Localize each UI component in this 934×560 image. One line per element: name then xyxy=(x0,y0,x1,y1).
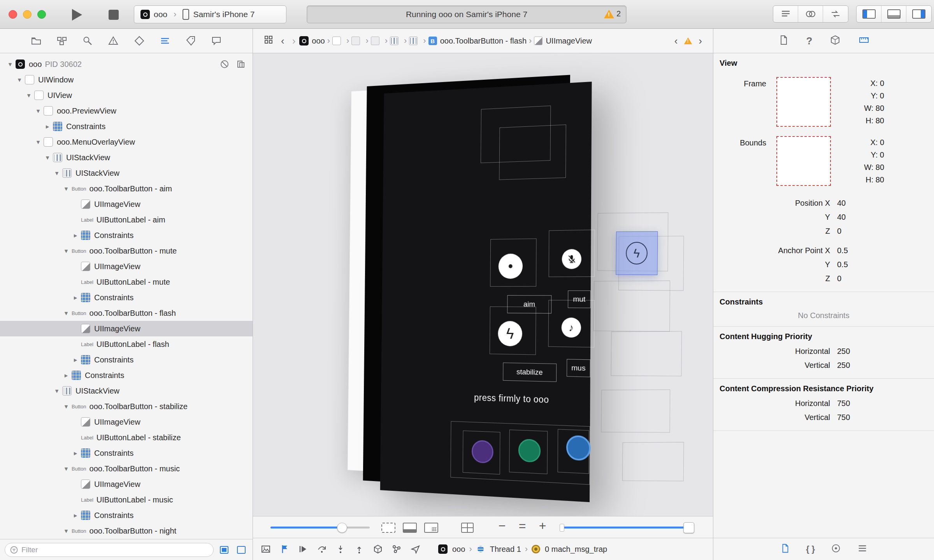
disclosure-triangle[interactable]: ▾ xyxy=(14,76,25,84)
tree-row[interactable]: UIImageView xyxy=(0,476,253,492)
zoom-in-button[interactable]: + xyxy=(534,519,551,533)
disclosure-triangle[interactable]: ▾ xyxy=(51,169,62,177)
disclosure-triangle[interactable]: ▾ xyxy=(61,527,72,535)
quick-help-inspector-tab[interactable]: ? xyxy=(806,35,813,47)
slider-thumb[interactable] xyxy=(337,523,347,533)
debug-navigator-tab[interactable] xyxy=(159,35,171,47)
show-constraints-button[interactable] xyxy=(403,523,417,533)
tree-row[interactable]: ▸Constraints xyxy=(0,119,253,134)
tree-row[interactable]: ▾Buttonooo.ToolbarButton - flash xyxy=(0,305,253,321)
selected-flash-imageview[interactable]: ϟ xyxy=(616,231,658,275)
disclosure-triangle[interactable]: ▸ xyxy=(70,294,81,302)
jumpbar-crumb[interactable]: UIImageView xyxy=(534,37,592,46)
wireframes-toggle[interactable] xyxy=(279,544,290,554)
disclosure-triangle[interactable]: ▾ xyxy=(5,60,16,68)
tree-row[interactable]: ▾UIView xyxy=(0,88,253,103)
breakpoint-navigator-tab[interactable] xyxy=(185,35,197,47)
file-inspector-tab[interactable] xyxy=(778,34,789,47)
menu-overlay-layer[interactable]: ϟ ♪ aim mut stabilize mus press firmly t… xyxy=(380,82,592,502)
disclosure-triangle[interactable]: ▸ xyxy=(61,371,72,380)
tree-row[interactable]: ▾Buttonooo.ToolbarButton - night xyxy=(0,523,253,539)
continue-execution-button[interactable] xyxy=(298,544,308,554)
tree-row[interactable]: ▾ooo.PreviewView xyxy=(0,103,253,119)
close-button[interactable] xyxy=(9,10,17,19)
tree-row[interactable]: ▾UIStackView xyxy=(0,150,253,165)
related-items-button[interactable] xyxy=(260,35,277,47)
orient-to-2d-button[interactable] xyxy=(461,523,474,533)
disclosure-triangle[interactable]: ▾ xyxy=(61,247,72,255)
minimize-button[interactable] xyxy=(23,10,32,19)
range-left-thumb[interactable] xyxy=(560,524,564,532)
disclosure-triangle[interactable]: ▾ xyxy=(61,402,72,411)
tree-row[interactable]: UIImageView xyxy=(0,321,253,336)
tree-row[interactable]: ▸Constraints xyxy=(0,445,253,461)
symbol-navigator-tab[interactable] xyxy=(56,35,68,47)
tree-row[interactable]: LabelUIButtonLabel - mute xyxy=(0,274,253,290)
tree-row[interactable]: ▾Buttonooo.ToolbarButton - mute xyxy=(0,243,253,259)
toggle-navigator-button[interactable] xyxy=(857,6,881,22)
version-editor-button[interactable] xyxy=(823,6,848,22)
tree-row[interactable]: LabelUIButtonLabel - aim xyxy=(0,212,253,228)
thread-crumb[interactable]: Thread 1 xyxy=(490,545,521,554)
step-out-button[interactable] xyxy=(354,544,364,554)
disclosure-triangle[interactable]: ▾ xyxy=(33,138,44,146)
visible-range-slider[interactable] xyxy=(560,527,693,528)
tree-row[interactable]: ▸Constraints xyxy=(0,368,253,383)
run-button[interactable] xyxy=(65,7,89,23)
toggle-inspector-button[interactable] xyxy=(906,6,931,22)
tree-row[interactable]: ▾UIWindow xyxy=(0,72,253,88)
toggle-debug-area-button[interactable] xyxy=(881,6,906,22)
tree-row[interactable]: ▸Constraints xyxy=(0,228,253,243)
pause-process-icon[interactable] xyxy=(220,60,229,69)
filter-constraints-button[interactable] xyxy=(235,544,248,556)
issue-navigator-tab[interactable] xyxy=(107,35,119,47)
disclosure-triangle[interactable]: ▾ xyxy=(42,154,53,162)
stack-frame-crumb[interactable]: 0 mach_msg_trap xyxy=(545,545,607,554)
tree-row[interactable]: ▸Constraints xyxy=(0,508,253,523)
tree-row[interactable]: ▾Buttonooo.ToolbarButton - aim xyxy=(0,181,253,196)
stop-button[interactable] xyxy=(102,7,125,23)
disclosure-triangle[interactable]: ▸ xyxy=(42,122,53,131)
forward-button[interactable]: › xyxy=(288,35,300,47)
tree-row[interactable]: LabelUIButtonLabel - music xyxy=(0,492,253,508)
tree-row[interactable]: ▸Constraints xyxy=(0,352,253,368)
tree-row[interactable]: ▾UIStackView xyxy=(0,165,253,181)
layer-spacing-slider[interactable] xyxy=(270,527,370,528)
disclosure-triangle[interactable]: ▾ xyxy=(61,185,72,193)
standard-editor-button[interactable] xyxy=(773,6,798,22)
disclosure-triangle[interactable]: ▸ xyxy=(70,231,81,240)
filter-input[interactable] xyxy=(21,546,209,554)
tree-row[interactable]: UIImageView xyxy=(0,259,253,274)
step-over-button[interactable] xyxy=(317,544,327,554)
debug-memory-graph-button[interactable] xyxy=(392,544,402,554)
disclosure-triangle[interactable]: ▸ xyxy=(70,511,81,520)
tree-row[interactable]: UIImageView xyxy=(0,414,253,430)
tree-row[interactable]: ▾Buttonooo.ToolbarButton - music xyxy=(0,461,253,476)
project-navigator-tab[interactable] xyxy=(30,35,42,47)
jumpbar-crumb[interactable]: ooo xyxy=(299,36,325,46)
flash-button[interactable]: ϟ xyxy=(498,321,522,346)
tree-row[interactable]: UIImageView xyxy=(0,196,253,212)
show-clipped-content-button[interactable] xyxy=(381,523,395,533)
next-issue-button[interactable]: › xyxy=(695,35,706,47)
filter-displayed-views-button[interactable] xyxy=(218,544,231,556)
jumpbar-crumb[interactable] xyxy=(390,37,402,45)
jumpbar-crumb[interactable] xyxy=(409,37,421,45)
previous-issue-button[interactable]: ‹ xyxy=(671,35,682,47)
object-library-button[interactable] xyxy=(830,543,841,555)
debug-view-hierarchy-button[interactable] xyxy=(373,544,383,554)
show-view-frames-toggle[interactable] xyxy=(261,544,271,554)
scheme-selector[interactable]: ooo › Samir's iPhone 7 xyxy=(134,5,286,23)
object-inspector-tab[interactable] xyxy=(829,34,841,47)
zoom-out-button[interactable]: − xyxy=(493,519,511,533)
test-navigator-tab[interactable] xyxy=(133,35,145,47)
jumpbar-crumb[interactable] xyxy=(371,37,383,45)
filter-field[interactable] xyxy=(5,543,214,557)
disclosure-triangle[interactable]: ▾ xyxy=(33,107,44,115)
view-debugger-icon[interactable] xyxy=(236,60,246,69)
tree-row[interactable]: LabelUIButtonLabel - flash xyxy=(0,336,253,352)
tree-row[interactable]: ▾ooo.MenuOverlayView xyxy=(0,134,253,150)
zoom-actual-size-button[interactable]: = xyxy=(514,519,531,533)
tree-row[interactable]: LabelUIButtonLabel - stabilize xyxy=(0,430,253,445)
music-button[interactable]: ♪ xyxy=(562,317,581,338)
